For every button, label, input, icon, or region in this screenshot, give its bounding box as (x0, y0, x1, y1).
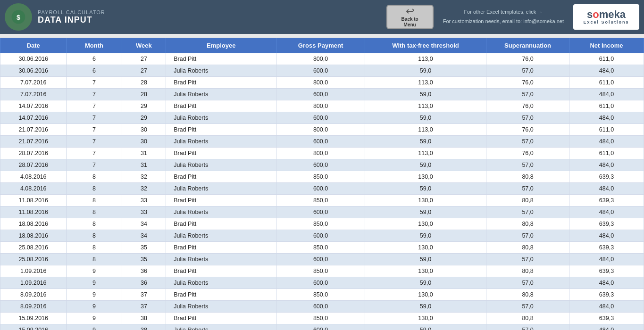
table-cell: Brad Pitt (166, 124, 276, 136)
table-cell: 28 (122, 77, 166, 89)
table-cell: 15.09.2016 (0, 313, 67, 324)
back-btn-label: Back toMenu (401, 16, 418, 28)
table-cell: 800,0 (276, 100, 365, 112)
table-cell: 38 (122, 324, 166, 330)
table-cell: 130,0 (365, 242, 486, 254)
payroll-table: DateMonthWeekEmployeeGross PaymentWith t… (0, 38, 644, 330)
header-titles: PAYROLL CALCULATOR DATA INPUT (38, 9, 105, 25)
table-cell: 18.08.2016 (0, 230, 67, 242)
table-cell: 57,0 (486, 136, 569, 148)
table-cell: 8.09.2016 (0, 289, 67, 301)
column-header-with-tax-free-threshold: With tax-free threshold (365, 38, 486, 53)
table-cell: 59,0 (365, 112, 486, 124)
table-cell: 130,0 (365, 195, 486, 206)
table-row: 4.08.2016832Julia Roberts600,059,057,048… (0, 183, 644, 195)
table-cell: 28.07.2016 (0, 148, 67, 159)
table-cell: 7 (67, 77, 122, 89)
table-row: 4.08.2016832Brad Pitt850,0130,080,8639,3 (0, 171, 644, 183)
table-cell: 130,0 (365, 218, 486, 230)
table-cell: 59,0 (365, 89, 486, 100)
table-cell: 8 (67, 183, 122, 195)
table-cell: 484,0 (569, 159, 644, 171)
table-cell: 11.08.2016 (0, 206, 67, 218)
table-cell: 30 (122, 136, 166, 148)
table-body: 30.06.2016627Brad Pitt800,0113,076,0611,… (0, 53, 644, 330)
table-cell: 57,0 (486, 301, 569, 313)
table-cell: 113,0 (365, 77, 486, 89)
app-logo: $ (5, 3, 32, 31)
table-cell: 31 (122, 148, 166, 159)
table-cell: 8 (67, 195, 122, 206)
table-cell: 484,0 (569, 277, 644, 289)
table-cell: 611,0 (569, 53, 644, 65)
table-cell: 639,3 (569, 195, 644, 206)
table-cell: 57,0 (486, 206, 569, 218)
back-to-menu-button[interactable]: ↩ Back toMenu (386, 5, 434, 29)
table-cell: Brad Pitt (166, 171, 276, 183)
table-cell: 76,0 (486, 77, 569, 89)
column-header-week: Week (122, 38, 166, 53)
table-row: 11.08.2016833Julia Roberts600,059,057,04… (0, 206, 644, 218)
table-cell: 28.07.2016 (0, 159, 67, 171)
table-row: 15.09.2016938Brad Pitt850,0130,080,8639,… (0, 313, 644, 324)
table-cell: 850,0 (276, 218, 365, 230)
table-cell: 600,0 (276, 65, 365, 77)
table-cell: 9 (67, 289, 122, 301)
table-cell: 59,0 (365, 206, 486, 218)
table-cell: 21.07.2016 (0, 136, 67, 148)
table-cell: 7 (67, 112, 122, 124)
table-cell: 80,8 (486, 218, 569, 230)
table-cell: Julia Roberts (166, 136, 276, 148)
table-row: 14.07.2016729Brad Pitt800,0113,076,0611,… (0, 100, 644, 112)
page-title: DATA INPUT (38, 15, 105, 25)
table-cell: 4.08.2016 (0, 171, 67, 183)
table-cell: Julia Roberts (166, 89, 276, 100)
table-row: 1.09.2016936Julia Roberts600,059,057,048… (0, 277, 644, 289)
table-cell: 59,0 (365, 65, 486, 77)
table-cell: 11.08.2016 (0, 195, 67, 206)
table-cell: 57,0 (486, 112, 569, 124)
table-cell: Brad Pitt (166, 218, 276, 230)
table-cell: 57,0 (486, 324, 569, 330)
table-cell: 600,0 (276, 112, 365, 124)
table-cell: 113,0 (365, 124, 486, 136)
table-cell: 59,0 (365, 301, 486, 313)
table-cell: Brad Pitt (166, 265, 276, 277)
table-cell: 80,8 (486, 242, 569, 254)
table-cell: 57,0 (486, 89, 569, 100)
table-cell: 59,0 (365, 230, 486, 242)
table-row: 30.06.2016627Julia Roberts600,059,057,04… (0, 65, 644, 77)
table-row: 21.07.2016730Julia Roberts600,059,057,04… (0, 136, 644, 148)
table-cell: 25.08.2016 (0, 254, 67, 265)
table-cell: Julia Roberts (166, 112, 276, 124)
table-cell: Brad Pitt (166, 242, 276, 254)
table-cell: 18.08.2016 (0, 218, 67, 230)
table-cell: 850,0 (276, 195, 365, 206)
table-cell: 8 (67, 206, 122, 218)
table-cell: 59,0 (365, 183, 486, 195)
table-cell: 484,0 (569, 206, 644, 218)
table-cell: 611,0 (569, 100, 644, 112)
table-cell: 80,8 (486, 171, 569, 183)
table-cell: 7 (67, 159, 122, 171)
back-arrow-icon: ↩ (406, 6, 414, 16)
table-cell: 9 (67, 313, 122, 324)
table-cell: 27 (122, 65, 166, 77)
table-cell: Julia Roberts (166, 277, 276, 289)
table-cell: 80,8 (486, 289, 569, 301)
table-cell: 28 (122, 89, 166, 100)
table-cell: 57,0 (486, 159, 569, 171)
table-cell: 9 (67, 301, 122, 313)
table-cell: 57,0 (486, 183, 569, 195)
table-cell: 57,0 (486, 254, 569, 265)
table-cell: Julia Roberts (166, 324, 276, 330)
table-cell: 850,0 (276, 289, 365, 301)
table-cell: 8 (67, 218, 122, 230)
table-cell: 80,8 (486, 313, 569, 324)
table-cell: Brad Pitt (166, 77, 276, 89)
table-cell: 611,0 (569, 148, 644, 159)
table-cell: 850,0 (276, 242, 365, 254)
table-cell: Julia Roberts (166, 206, 276, 218)
table-cell: 600,0 (276, 159, 365, 171)
table-row: 8.09.2016937Julia Roberts600,059,057,048… (0, 301, 644, 313)
